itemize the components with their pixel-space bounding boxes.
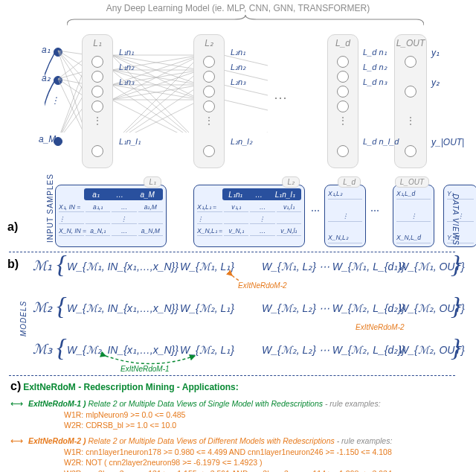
panel-a: INPUT SAMPLES L₁ a₁ … a_M X₁, IN =a₁,₁…a…: [22, 182, 464, 250]
layer-label: L₂: [194, 38, 224, 48]
svg-line-37: [112, 85, 201, 133]
neuron-label: L₁n₁: [119, 48, 134, 57]
output-label: y₁: [431, 48, 440, 58]
annotation-arrows: [16, 255, 239, 366]
double-arrow-icon: ⟷: [10, 398, 23, 409]
data-views-label: DATA VIEWS: [451, 194, 460, 246]
table-cap: L_d: [338, 176, 361, 188]
table-input: L₁ a₁ … a_M X₁, IN =a₁,₁…a₁,M ⋮⋮ X_N, IN…: [55, 185, 167, 247]
dash-separator: [9, 375, 455, 376]
block2-head-bold: ExItNeRdoM-2 ): [28, 436, 89, 445]
table-cap: L₂: [282, 176, 300, 188]
table-out: Y₁ ⋮ Y_N: [443, 185, 476, 247]
hdots: ⋯: [274, 89, 287, 106]
layer-L2: L₂ ⋮: [193, 34, 225, 168]
input-samples-label: INPUT SAMPLES: [46, 173, 54, 243]
table-body: X₁,L₁ =v₁,₁…v₁,l₁ ⋮⋮ X_N,L₁ =v_N,₁…v_N,l…: [197, 202, 301, 243]
svg-line-43: [223, 100, 268, 110]
svg-line-29: [112, 85, 201, 133]
output-label: y₂: [431, 77, 440, 88]
rule: W2R: CDRSB_bl >= 1.0 <= 10.0: [64, 420, 469, 430]
neuron-label: L₂n₂: [231, 63, 245, 72]
output-label: y_|OUT|: [431, 137, 464, 147]
neuron-label: L₂n₃: [231, 77, 245, 87]
table-header: L₁n₁ … L₁n_l₁: [222, 188, 301, 200]
svg-line-34: [112, 100, 201, 133]
annot-orange: ExItNeRdoM-2: [238, 281, 287, 290]
annot-orange: ExItNeRdoM-2: [356, 323, 405, 331]
neuron-label: L₁n₃: [119, 77, 134, 87]
top-title: Any Deep Learning Model (ie. MLP, CNN, G…: [0, 3, 476, 13]
hdots: ⋯: [370, 205, 379, 216]
table-L1: L₂ L₁n₁ … L₁n_l₁ X₁,L₁ =v₁,₁…v₁,l₁ ⋮⋮ X_…: [193, 185, 305, 247]
rule: W1R: mlpNeuron9 >= 0.0 <= 0.485: [64, 409, 469, 420]
layer-label: L₁: [83, 38, 112, 48]
block2-note: - rule examples:: [337, 436, 393, 445]
table-body: X₁, IN =a₁,₁…a₁,M ⋮⋮ X_N, IN =a_N,₁…a_N,…: [59, 202, 163, 243]
neuron-label: L_d n₁: [363, 48, 387, 57]
rule: W3R: cnn3layer3neuron131 >= -1.155 <= 3.…: [64, 468, 469, 472]
layer-Ld: L_d ⋮: [327, 34, 358, 168]
block1-note: - rule examples:: [325, 399, 381, 408]
panel-b: MODELS DATA VIEWS ℳ₁ { W_{ℳ₁, IN_{x₁,…,x…: [16, 255, 466, 372]
wire-lines: [45, 21, 268, 133]
block1-head-bold: ExItNeRdoM-1 ): [28, 399, 89, 408]
table-header: a₁ … a_M: [84, 188, 163, 200]
panel-c-tag: c): [10, 380, 21, 392]
neuron-label: L_d n₃: [363, 77, 387, 87]
svg-line-38: [112, 100, 201, 133]
neuron-label: L₂n_l₂: [231, 137, 252, 147]
rule: W1R: cnn1layer1neuron178 >= 0.980 <= 4.4…: [64, 447, 469, 457]
neuron-label: L_d n₂: [363, 63, 387, 72]
layer-label: L_d: [328, 38, 358, 48]
table-cap: L_OUT: [395, 176, 429, 188]
table-Ld: L_OUT X₁,L_d ⋮ X_N,L_d: [393, 185, 434, 247]
neuron-label: L_d n_l_d: [363, 137, 399, 146]
layer-out: L_OUT ⋮: [394, 34, 427, 168]
table-cap: L₁: [144, 176, 161, 188]
network-diagram: a₁ a₂ ⋮ a_M L₁ ⋮ L₁n₁ L₁n₂ L₁n₃ L₁n_l₁ L…: [45, 21, 446, 177]
panel-c-title: ExItNeRdoM - Redescription Mining - Appl…: [23, 382, 239, 392]
neuron-label: L₁n_l₁: [119, 137, 141, 147]
annot-green: ExItNeRdoM-1: [120, 365, 170, 373]
block2-head: Relate 2 or Multiple Data Views of Diffe…: [88, 436, 334, 445]
layer-L1: L₁ ⋮: [82, 34, 113, 168]
hdots: ⋯: [311, 205, 320, 216]
input-label: a_M: [39, 134, 56, 144]
neuron-label: L₁n₂: [119, 63, 134, 72]
panel-c: c) ExItNeRdoM - Redescription Mining - A…: [10, 378, 469, 472]
dash-separator: [9, 252, 455, 252]
table-L2: L_d X₁,L₂ ⋮ X_N,L₂: [324, 185, 366, 247]
layer-label: L_OUT: [395, 38, 426, 48]
double-arrow-icon: ⟷: [10, 436, 23, 446]
block1-head: Relate 2 or Multiple Data Views of Singl…: [88, 399, 323, 408]
neuron-label: L₂n₁: [231, 48, 245, 57]
panel-a-tag: a): [7, 220, 18, 234]
rule: W2R: NOT ( cnn2layer2neuron98 >= -6.1979…: [64, 457, 469, 468]
